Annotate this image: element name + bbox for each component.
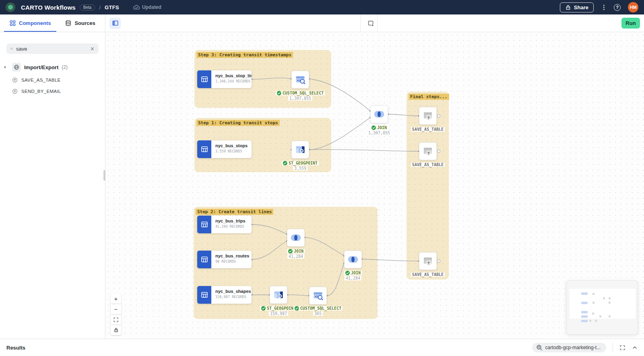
zoom-controls: + − <box>111 294 121 335</box>
category-label: Import/Export <box>24 64 58 70</box>
category-import-export[interactable]: ▾ Import/Export (2) <box>4 63 101 72</box>
caret-down-icon[interactable]: ▾ <box>4 65 9 69</box>
zoom-out-button[interactable]: − <box>111 304 121 314</box>
node-title: nyc_bus_routes <box>215 253 249 258</box>
node-join-3[interactable] <box>344 251 362 268</box>
node-label: JOIN <box>370 126 388 130</box>
node-label: ST_GEOGPOINT <box>282 161 319 165</box>
minimap-node <box>592 313 594 315</box>
expand-results-button[interactable] <box>619 345 625 351</box>
node-title: nyc_bus_shapes <box>215 289 251 294</box>
node-source-nyc-bus-trips[interactable]: nyc_bus_trips 41,284 RECORDS <box>197 216 252 233</box>
group-title[interactable]: Step 1: Creating transit stops <box>196 120 280 126</box>
search-input[interactable] <box>16 46 87 52</box>
table-icon <box>197 70 211 88</box>
node-records: 90 RECORDS <box>215 259 249 263</box>
avatar[interactable]: HM <box>628 2 638 12</box>
tab-sources[interactable]: Sources <box>65 14 95 32</box>
save-table-icon <box>422 145 434 157</box>
node-save-as-table-1[interactable] <box>419 107 437 125</box>
beta-badge: Beta <box>80 4 95 10</box>
node-source-nyc-bus-stops[interactable]: nyc_bus_stops 3,559 RECORDS <box>197 140 252 158</box>
node-st-geogpoint-1[interactable] <box>291 141 309 158</box>
minimap-node <box>581 315 588 318</box>
results-bar: Results cartodb-gcp-marketing-t... <box>0 339 644 356</box>
toolbar-divider <box>360 14 361 32</box>
node-custom-sql-select-1[interactable] <box>291 71 309 88</box>
node-source-nyc-bus-routes[interactable]: nyc_bus_routes 90 RECORDS <box>197 251 252 268</box>
fit-view-button[interactable] <box>111 315 121 325</box>
minimap-node <box>595 320 597 322</box>
clear-search-icon[interactable]: ✕ <box>90 46 95 52</box>
topbar: CARTO Workflows Beta / GTFS Updated Shar… <box>0 0 644 14</box>
node-label: JOIN <box>344 271 362 275</box>
cloud-check-icon <box>133 4 140 10</box>
node-save-as-table-2[interactable] <box>419 142 437 160</box>
zoom-in-button[interactable]: + <box>111 294 121 304</box>
more-options-button[interactable]: ⋮ <box>601 4 607 11</box>
toggle-sidebar-button[interactable] <box>109 18 121 29</box>
minimap[interactable] <box>566 280 638 335</box>
node-save-as-table-3[interactable] <box>419 252 437 270</box>
panel-left-icon <box>112 20 119 27</box>
success-check-icon <box>295 306 299 311</box>
tab-sources-label: Sources <box>74 20 95 26</box>
save-table-icon <box>422 110 434 122</box>
search-box: ✕ <box>6 43 99 54</box>
node-join-2[interactable] <box>287 229 305 247</box>
node-source-nyc-bus-stop-times[interactable]: nyc_bus_stop_tim... 1,340,244 RECORDS <box>197 70 252 88</box>
lock-canvas-button[interactable] <box>111 325 121 335</box>
success-check-icon <box>288 249 293 253</box>
help-button[interactable]: ? <box>614 4 621 11</box>
sidebar-item-send-by-email[interactable]: SEND_BY_EMAIL <box>12 88 105 94</box>
node-title: nyc_bus_trips <box>215 218 246 223</box>
node-row-count: 365 <box>313 311 323 316</box>
node-label: SAVE_AS_TABLE <box>411 163 445 167</box>
collapse-results-button[interactable] <box>632 345 638 350</box>
group-title[interactable]: Final steps... <box>409 94 449 100</box>
run-button[interactable]: Run <box>621 18 640 29</box>
add-annotation-button[interactable] <box>365 18 376 29</box>
connection-selector[interactable]: cartodb-gcp-marketing-t... <box>532 343 606 352</box>
node-row-count: 41,284 <box>287 254 304 259</box>
node-row-count: 41,284 <box>345 276 361 280</box>
node-label: SAVE_AS_TABLE <box>411 127 445 132</box>
toolbar-divider <box>377 14 378 32</box>
sidebar-item-label: SAVE_AS_TABLE <box>21 78 60 82</box>
export-up-icon <box>12 77 18 83</box>
minimap-node <box>603 297 605 299</box>
node-title: nyc_bus_stops <box>215 143 248 148</box>
export-up-icon <box>12 88 18 94</box>
node-source-nyc-bus-shapes[interactable]: nyc_bus_shapes 150,987 RECORDS <box>197 286 252 304</box>
workflow-canvas[interactable]: Step 3: Creating transit timestamps Step… <box>105 32 644 339</box>
breadcrumb-separator: / <box>99 4 101 10</box>
group-title[interactable]: Step 2: Create transit lines <box>196 209 273 215</box>
node-records: 1,340,244 RECORDS <box>215 79 252 83</box>
add-frame-icon <box>367 20 374 27</box>
success-check-icon <box>283 161 287 165</box>
minimap-node <box>609 315 611 317</box>
minimap-node <box>589 320 591 322</box>
node-join-1[interactable] <box>370 105 388 123</box>
minimap-node <box>581 320 588 322</box>
node-records: 3,559 RECORDS <box>215 149 248 153</box>
minimap-node <box>581 302 588 304</box>
search-db-icon <box>536 344 543 351</box>
join-icon <box>347 253 359 265</box>
group-title[interactable]: Step 3: Creating transit timestamps <box>196 52 293 58</box>
sources-db-icon <box>65 20 71 26</box>
connection-label: cartodb-gcp-marketing-t... <box>545 345 601 350</box>
lock-icon <box>114 327 119 333</box>
share-button[interactable]: Share <box>560 2 594 12</box>
success-check-icon <box>345 271 350 275</box>
sidebar-item-save-as-table[interactable]: SAVE_AS_TABLE <box>12 77 105 83</box>
geogpoint-icon <box>295 144 306 155</box>
node-custom-sql-select-2[interactable] <box>309 287 327 305</box>
sidebar-resize-handle[interactable] <box>103 170 105 181</box>
node-st-geogpoint-2[interactable] <box>270 286 287 304</box>
save-status-label: Updated <box>142 4 161 10</box>
tab-components[interactable]: Components <box>10 14 51 32</box>
node-row-count: 3,559 <box>293 166 308 171</box>
lock-icon <box>565 4 571 10</box>
join-icon <box>290 232 302 244</box>
